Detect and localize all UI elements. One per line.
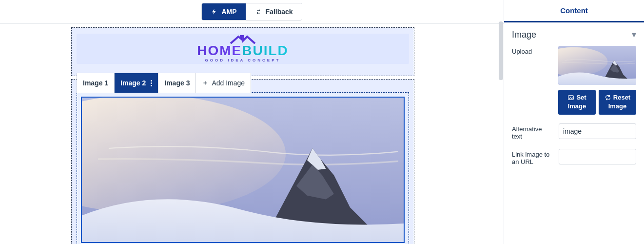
side-panel: Content Image ▾ Upload Set Image Set Ima… [504, 0, 644, 244]
image-tab-1[interactable]: Image 1 [77, 73, 115, 93]
mountain-image-icon [82, 98, 404, 242]
chevron-down-icon: ▾ [632, 29, 636, 40]
add-image-tab[interactable]: ＋ Add Image [196, 73, 251, 93]
add-image-label: Add Image [212, 79, 245, 87]
image-tab-3-label: Image 3 [164, 79, 190, 87]
mode-toggle: AMP Fallback [201, 3, 302, 20]
editor-canvas: HOMEBUILD GOOD IDEA CONCEPT Image 1 Imag… [71, 27, 414, 244]
link-url-input[interactable] [559, 149, 636, 164]
reset-image-button[interactable]: Reset Image Reset Image [599, 90, 636, 115]
tab-content[interactable]: Content [504, 0, 644, 22]
alt-text-label: Alternative text [512, 123, 552, 140]
image-tabs: Image 1 Image 2 Image 3 ＋ Add Image [77, 73, 251, 93]
field-upload: Upload Set Image Set Image Reset Image R… [512, 46, 636, 115]
header-block[interactable]: HOMEBUILD GOOD IDEA CONCEPT [71, 27, 414, 76]
panel-tabs: Content [504, 0, 644, 22]
upload-label: Upload [512, 46, 551, 115]
fallback-button[interactable]: Fallback [246, 3, 302, 20]
bolt-icon [211, 8, 217, 15]
field-link-url: Link image to an URL [512, 149, 636, 165]
carousel-block[interactable]: Image 1 Image 2 Image 3 ＋ Add Image [71, 79, 414, 244]
logo: HOMEBUILD GOOD IDEA CONCEPT [197, 35, 289, 62]
logo-tagline: GOOD IDEA CONCEPT [205, 59, 281, 62]
set-image-button[interactable]: Set Image Set Image [558, 90, 596, 115]
image-tab-2[interactable]: Image 2 [115, 73, 158, 93]
top-toolbar: AMP Fallback [0, 0, 504, 24]
mountain-thumb-icon [558, 46, 636, 85]
scrollbar-thumb[interactable] [499, 21, 503, 80]
header-inner: HOMEBUILD GOOD IDEA CONCEPT [77, 34, 409, 64]
amp-label: AMP [221, 8, 236, 16]
image-tab-3[interactable]: Image 3 [158, 73, 196, 93]
link-url-label: Link image to an URL [512, 149, 552, 165]
carousel-image[interactable] [81, 97, 405, 243]
image-tab-1-label: Image 1 [83, 79, 108, 87]
field-alt-text: Alternative text [512, 123, 636, 140]
plus-icon: ＋ [202, 79, 209, 87]
amp-button[interactable]: AMP [202, 3, 245, 20]
refresh-icon [605, 94, 611, 101]
tab-content-label: Content [560, 6, 588, 15]
alt-text-input[interactable] [559, 123, 636, 139]
image-tab-2-label: Image 2 [120, 79, 146, 87]
carousel-inner [77, 92, 409, 244]
fallback-label: Fallback [266, 8, 293, 16]
kebab-icon[interactable] [151, 80, 152, 86]
section-header[interactable]: Image ▾ [504, 22, 644, 44]
swap-icon [255, 8, 262, 15]
panel-body: Upload Set Image Set Image Reset Image R… [504, 44, 644, 165]
logo-word-left: HOME [197, 44, 242, 58]
upload-thumbnail[interactable] [558, 46, 636, 85]
section-title: Image [512, 30, 536, 40]
image-icon [567, 94, 574, 101]
logo-word-right: BUILD [242, 44, 289, 58]
